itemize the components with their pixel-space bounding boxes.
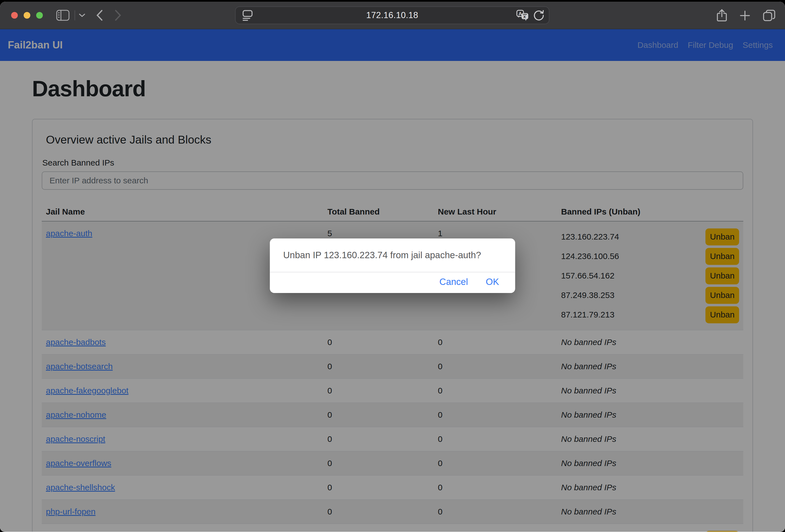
chevron-down-icon[interactable] [79, 14, 85, 17]
minimize-window-button[interactable] [24, 12, 30, 19]
toolbar-divider [75, 10, 75, 20]
web-page: Fail2ban UI Dashboard Filter Debug Setti… [0, 29, 785, 532]
close-window-button[interactable] [11, 12, 18, 19]
reload-icon[interactable] [533, 9, 545, 21]
svg-text:x: x [523, 14, 526, 19]
translate-icon[interactable]: A x [516, 9, 529, 21]
svg-text:A: A [518, 11, 522, 17]
tab-overview-icon[interactable] [763, 10, 776, 21]
back-button[interactable] [96, 10, 103, 21]
traffic-lights [11, 12, 43, 19]
forward-button[interactable] [115, 10, 121, 21]
new-tab-icon[interactable] [739, 10, 751, 21]
share-icon[interactable] [716, 9, 727, 22]
page-format-icon[interactable] [242, 9, 253, 21]
browser-toolbar: 172.16.10.18 A x [0, 2, 785, 29]
confirm-dialog: Unban IP 123.160.223.74 from jail apache… [270, 238, 515, 293]
ok-button[interactable]: OK [486, 277, 499, 287]
confirm-dialog-message: Unban IP 123.160.223.74 from jail apache… [283, 250, 481, 260]
cancel-button[interactable]: Cancel [439, 277, 468, 287]
browser-window: 172.16.10.18 A x [0, 2, 785, 532]
address-bar[interactable]: 172.16.10.18 A x [235, 6, 549, 24]
sidebar-toggle-icon[interactable] [56, 10, 70, 21]
zoom-window-button[interactable] [36, 12, 43, 19]
url-text[interactable]: 172.16.10.18 [236, 10, 549, 20]
